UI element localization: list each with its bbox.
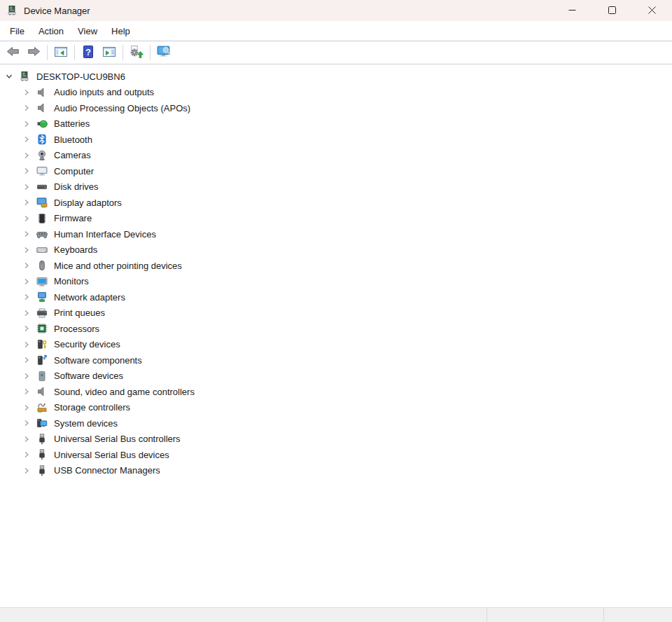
tree-item[interactable]: Network adapters xyxy=(0,289,672,305)
chevron-right-icon[interactable] xyxy=(21,197,32,208)
toolbar: ? xyxy=(0,41,672,64)
maximize-button[interactable] xyxy=(592,0,632,21)
device-manager-app-icon xyxy=(6,5,18,16)
tree-item[interactable]: Batteries xyxy=(0,116,672,132)
chevron-right-icon[interactable] xyxy=(21,323,32,334)
bluetooth-icon xyxy=(36,134,48,145)
tree-item[interactable]: Audio Processing Objects (APOs) xyxy=(0,100,672,116)
scan-hardware-changes-icon xyxy=(157,44,172,61)
speaker-icon xyxy=(36,87,48,98)
tree-item[interactable]: Software devices xyxy=(0,368,672,385)
chevron-right-icon[interactable] xyxy=(21,307,32,319)
tree-item[interactable]: Security devices xyxy=(0,337,672,353)
chevron-right-icon[interactable] xyxy=(21,402,32,413)
chevron-right-icon[interactable] xyxy=(21,102,32,113)
usb-icon xyxy=(36,449,48,460)
mouse-icon xyxy=(36,260,48,271)
speaker-icon xyxy=(36,102,48,113)
chevron-right-icon[interactable] xyxy=(21,118,32,130)
chevron-right-icon[interactable] xyxy=(21,260,32,271)
minimize-button[interactable] xyxy=(552,0,592,21)
speaker-icon xyxy=(36,386,48,397)
close-icon xyxy=(648,6,656,16)
back-button[interactable] xyxy=(3,43,22,62)
menu-file[interactable]: File xyxy=(3,22,31,40)
show-action-pane-button[interactable] xyxy=(99,43,119,62)
minimize-icon xyxy=(568,6,576,16)
menu-help[interactable]: Help xyxy=(104,22,137,40)
tree-item[interactable]: Computer xyxy=(0,163,672,179)
tree-item[interactable]: Audio inputs and outputs xyxy=(0,85,672,101)
menu-view[interactable]: View xyxy=(71,22,104,40)
toolbar-separator xyxy=(74,45,75,60)
update-driver-icon xyxy=(130,45,144,61)
chevron-down-icon[interactable] xyxy=(4,71,15,82)
tree-item[interactable]: Cameras xyxy=(0,148,672,164)
network-icon xyxy=(36,291,48,303)
tree-item[interactable]: Bluetooth xyxy=(0,132,672,148)
maximize-icon xyxy=(608,6,616,16)
help-button[interactable]: ? xyxy=(78,43,98,62)
chevron-right-icon[interactable] xyxy=(21,134,32,145)
chevron-right-icon[interactable] xyxy=(21,354,32,366)
tree-item[interactable]: System devices xyxy=(0,415,672,431)
chevron-right-icon[interactable] xyxy=(21,276,32,287)
titlebar: Device Manager xyxy=(0,0,672,21)
statusbar xyxy=(0,607,672,622)
chevron-right-icon[interactable] xyxy=(21,417,32,429)
tree-item[interactable]: USB Connector Managers xyxy=(0,463,672,479)
caption-buttons xyxy=(552,0,672,21)
chevron-right-icon[interactable] xyxy=(21,87,32,98)
show-action-pane-icon xyxy=(102,45,116,61)
window-title: Device Manager xyxy=(24,6,552,16)
menubar: FileActionViewHelp xyxy=(0,21,672,41)
tree-root-computer[interactable]: DESKTOP-UCU9BN6 xyxy=(0,69,672,85)
storage-icon xyxy=(36,402,48,413)
chevron-right-icon[interactable] xyxy=(21,449,32,460)
tree-item[interactable]: Software components xyxy=(0,352,672,368)
toolbar-separator xyxy=(47,45,48,60)
chevron-right-icon[interactable] xyxy=(21,339,32,350)
forward-button[interactable] xyxy=(24,43,43,62)
tree-item[interactable]: Storage controllers xyxy=(0,400,672,416)
battery-icon xyxy=(36,118,48,130)
tree-item[interactable]: Universal Serial Bus controllers xyxy=(0,431,672,448)
chevron-right-icon[interactable] xyxy=(21,181,32,193)
system-icon xyxy=(36,417,48,429)
software-component-icon xyxy=(36,354,48,366)
scan-hardware-changes-button[interactable] xyxy=(154,43,174,62)
chevron-right-icon[interactable] xyxy=(21,244,32,256)
monitor-icon xyxy=(36,276,48,287)
tree-item[interactable]: Print queues xyxy=(0,305,672,322)
back-icon xyxy=(6,45,20,60)
chevron-right-icon[interactable] xyxy=(21,291,32,303)
forward-icon xyxy=(27,45,41,60)
chevron-right-icon[interactable] xyxy=(21,150,32,161)
menu-action[interactable]: Action xyxy=(31,22,71,40)
tree-item[interactable]: Human Interface Devices xyxy=(0,226,672,242)
tree-item[interactable]: Disk drives xyxy=(0,179,672,195)
security-icon xyxy=(36,339,48,350)
update-driver-button[interactable] xyxy=(127,43,146,62)
tree-item[interactable]: Monitors xyxy=(0,274,672,290)
chevron-right-icon[interactable] xyxy=(21,434,32,445)
toolbar-separator xyxy=(122,45,123,60)
tree-item[interactable]: Sound, video and game controllers xyxy=(0,384,672,400)
tree-item[interactable]: Firmware xyxy=(0,211,672,227)
tree-item[interactable]: Universal Serial Bus devices xyxy=(0,447,672,463)
chevron-right-icon[interactable] xyxy=(21,465,32,476)
chevron-right-icon[interactable] xyxy=(21,165,32,177)
tree-item[interactable]: Mice and other pointing devices xyxy=(0,258,672,274)
printer-icon xyxy=(36,307,48,319)
chevron-right-icon[interactable] xyxy=(21,371,32,382)
close-button[interactable] xyxy=(632,0,672,21)
show-console-tree-button[interactable] xyxy=(51,43,71,62)
tree-item[interactable]: Display adaptors xyxy=(0,195,672,211)
chevron-right-icon[interactable] xyxy=(21,228,32,240)
keyboard-icon xyxy=(36,244,48,256)
tree-item[interactable]: Processors xyxy=(0,321,672,337)
chevron-right-icon[interactable] xyxy=(21,386,32,397)
tree-item[interactable]: Keyboards xyxy=(0,242,672,258)
usb-icon xyxy=(36,465,48,476)
chevron-right-icon[interactable] xyxy=(21,213,32,224)
